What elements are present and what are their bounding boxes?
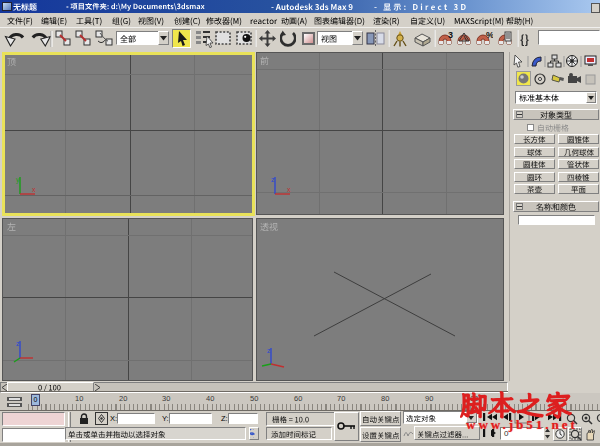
svg-text:y: y xyxy=(16,176,20,184)
svg-text:z: z xyxy=(16,340,20,347)
svg-text:x: x xyxy=(287,186,291,193)
svg-text:z: z xyxy=(271,176,275,183)
svg-text:z: z xyxy=(267,347,271,354)
svg-text:x: x xyxy=(32,186,36,193)
svg-text:3: 3 xyxy=(448,30,453,40)
svg-text:%: % xyxy=(486,30,493,40)
